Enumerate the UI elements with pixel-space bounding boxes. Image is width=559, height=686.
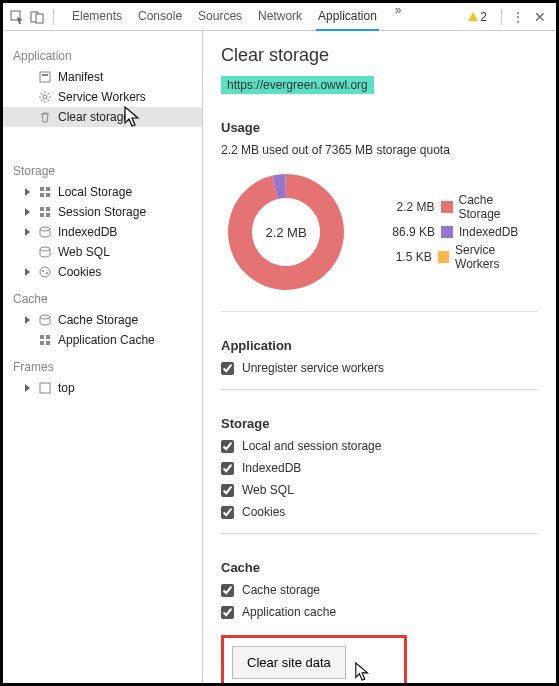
cursor-icon [354,661,372,683]
svg-rect-11 [46,207,50,211]
checkbox-label: Unregister service workers [242,361,384,375]
separator [501,9,502,25]
db-icon [38,314,52,326]
expand-icon [25,228,30,236]
tab-console[interactable]: Console [136,3,184,31]
sidebar-item-label: Application Cache [58,333,155,347]
svg-rect-8 [40,193,44,197]
tab-sources[interactable]: Sources [196,3,244,31]
cursor-icon [123,105,143,129]
checkbox-row[interactable]: Cookies [221,505,538,519]
checkbox-row[interactable]: Web SQL [221,483,538,497]
legend-value: 2.2 MB [375,200,435,214]
tab-elements[interactable]: Elements [70,3,124,31]
tabs-overflow[interactable]: » [391,3,406,31]
checkbox-row[interactable]: IndexedDB [221,461,538,475]
sidebar-item-label: Manifest [58,70,103,84]
sidebar-item-cookies[interactable]: Cookies [3,262,202,282]
checkbox-row[interactable]: Application cache [221,605,538,619]
svg-rect-6 [40,187,44,191]
svg-rect-23 [46,341,50,345]
checkbox-label: Application cache [242,605,336,619]
svg-rect-2 [36,14,43,23]
sidebar-item-local-storage[interactable]: Local Storage [3,182,202,202]
warning-count: 2 [480,10,487,24]
usage-donut-chart: 2.2 MB [221,167,351,297]
checkbox-row[interactable]: Unregister service workers [221,361,538,375]
tab-application[interactable]: Application [316,3,379,31]
inspect-icon[interactable] [9,10,25,24]
sidebar-item-clear-storage[interactable]: Clear storage [3,107,202,127]
divider [221,389,538,390]
legend-swatch [438,251,449,263]
legend-label: Cache Storage [459,193,539,221]
sidebar-item-label: Service Workers [58,90,146,104]
sidebar-item-label: Cache Storage [58,313,138,327]
sidebar-item-service-workers[interactable]: Service Workers [3,87,202,107]
checkbox-label: Cookies [242,505,285,519]
svg-point-15 [40,247,50,251]
sidebar-item-label: Cookies [58,265,101,279]
svg-point-17 [42,270,44,272]
clear-site-data-button[interactable]: Clear site data [232,646,346,679]
sidebar-item-top[interactable]: top [3,378,202,398]
sidebar-item-application-cache[interactable]: Application Cache [3,330,202,350]
usage-summary: 2.2 MB used out of 7365 MB storage quota [221,143,538,157]
legend-label: IndexedDB [459,225,518,239]
sidebar-item-label: IndexedDB [58,225,117,239]
sidebar-group-title: Storage [3,160,202,182]
clear-button-highlight: Clear site data [221,635,407,683]
checkbox-row[interactable]: Local and session storage [221,439,538,453]
donut-center-label: 2.2 MB [221,167,351,297]
checkbox-label: IndexedDB [242,461,301,475]
kebab-menu-icon[interactable]: ⋮ [510,10,526,24]
svg-rect-20 [40,335,44,339]
svg-point-19 [40,315,50,319]
page-title: Clear storage [221,45,538,66]
tab-strip: Elements Console Sources Network Applica… [70,3,458,31]
checkbox[interactable] [221,484,234,497]
legend-row: 2.2 MBCache Storage [375,193,538,221]
sidebar-item-manifest[interactable]: Manifest [3,67,202,87]
checkbox[interactable] [221,506,234,519]
svg-rect-10 [40,207,44,211]
close-icon[interactable]: ✕ [530,9,550,25]
usage-legend: 2.2 MBCache Storage86.9 KBIndexedDB1.5 K… [375,189,538,275]
legend-swatch [441,201,453,213]
legend-row: 1.5 KBService Workers [375,243,538,271]
svg-rect-9 [46,193,50,197]
checkbox[interactable] [221,462,234,475]
warning-icon [468,12,478,21]
sidebar-item-cache-storage[interactable]: Cache Storage [3,310,202,330]
svg-point-14 [40,227,50,231]
sidebar-item-indexeddb[interactable]: IndexedDB [3,222,202,242]
checkbox-label: Local and session storage [242,439,381,453]
svg-rect-3 [40,72,50,82]
legend-swatch [441,226,453,238]
svg-rect-24 [40,383,50,393]
origin-url: https://evergreen.owwl.org [221,76,374,94]
db-icon [38,226,52,238]
checkbox-row[interactable]: Cache storage [221,583,538,597]
grid-icon [38,334,52,346]
warnings-badge[interactable]: 2 [468,10,487,24]
checkbox[interactable] [221,440,234,453]
manifest-icon [38,71,52,83]
device-icon[interactable] [29,10,45,24]
content-pane: Clear storage https://evergreen.owwl.org… [203,31,556,683]
db-icon [38,246,52,258]
checkbox[interactable] [221,584,234,597]
sidebar-item-label: Session Storage [58,205,146,219]
sidebar-item-web-sql[interactable]: Web SQL [3,242,202,262]
cache-section: Cache Cache storageApplication cache [221,560,538,619]
usage-heading: Usage [221,120,538,135]
sidebar-item-session-storage[interactable]: Session Storage [3,202,202,222]
tab-network[interactable]: Network [256,3,304,31]
checkbox-label: Cache storage [242,583,320,597]
storage-section: Storage Local and session storageIndexed… [221,416,538,519]
grid-icon [38,206,52,218]
svg-rect-12 [40,213,44,217]
checkbox[interactable] [221,606,234,619]
svg-rect-7 [46,187,50,191]
checkbox[interactable] [221,362,234,375]
